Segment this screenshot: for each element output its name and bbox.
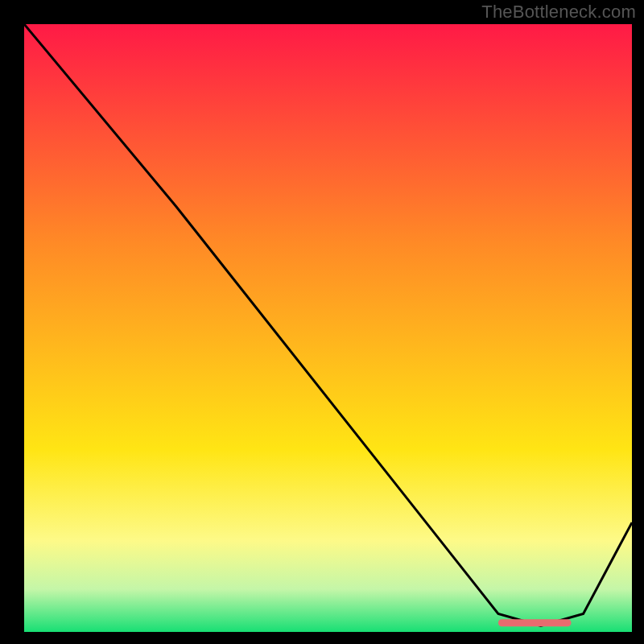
optimal-range-marker [498, 619, 572, 626]
attribution-text: TheBottleneck.com [481, 2, 636, 23]
gradient-background [24, 24, 632, 632]
page-root: TheBottleneck.com [0, 0, 644, 644]
chart-frame [24, 24, 632, 632]
bottleneck-chart [24, 24, 632, 632]
